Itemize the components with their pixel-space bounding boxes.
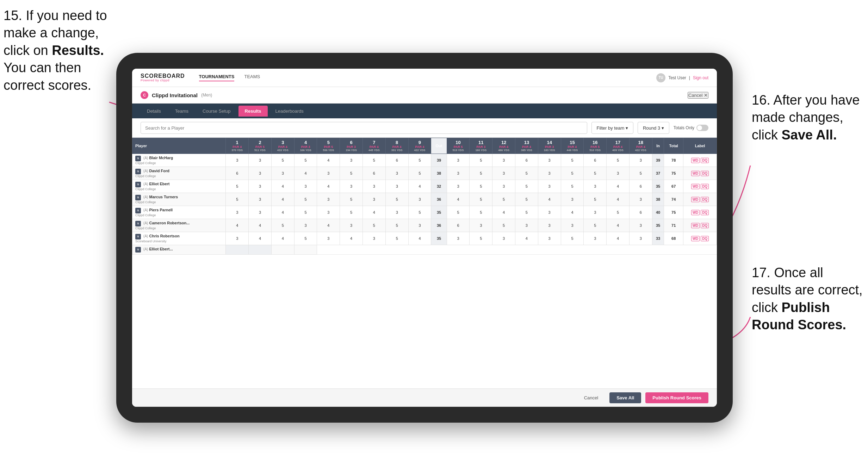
hole-4-score[interactable]: 3	[294, 219, 317, 232]
hole-12-score[interactable]: 3	[492, 154, 515, 167]
hole-1-score[interactable]: 5	[226, 193, 249, 206]
hole-2-score[interactable]: 3	[249, 180, 272, 193]
hole-9-score[interactable]: 5	[408, 167, 431, 180]
hole-7-score[interactable]: 6	[363, 167, 386, 180]
dq-label[interactable]: DQ	[701, 236, 709, 241]
hole-10-score[interactable]: 3	[447, 167, 470, 180]
hole-14-score[interactable]: 3	[538, 206, 561, 219]
hole-1-score[interactable]: 3	[226, 232, 249, 245]
tab-details[interactable]: Details	[141, 106, 167, 117]
totals-toggle-switch[interactable]	[696, 125, 708, 131]
hole-18-score[interactable]: 5	[629, 167, 652, 180]
dq-label[interactable]: DQ	[701, 223, 709, 228]
dq-label[interactable]: DQ	[701, 197, 709, 202]
hole-4-score[interactable]: 5	[294, 232, 317, 245]
hole-13-score[interactable]: 4	[515, 232, 538, 245]
hole-12-score[interactable]: 4	[492, 206, 515, 219]
hole-13-score[interactable]: 6	[515, 154, 538, 167]
hole-7-score[interactable]: 3	[363, 193, 386, 206]
hole-16-score[interactable]: 5	[584, 219, 607, 232]
hole-16-score[interactable]: 5	[584, 193, 607, 206]
hole-14-score[interactable]: 3	[538, 232, 561, 245]
hole-11-score[interactable]: 5	[470, 154, 492, 167]
hole-6-score[interactable]: 5	[340, 206, 363, 219]
tab-course-setup[interactable]: Course Setup	[196, 106, 237, 117]
dq-label[interactable]: DQ	[701, 210, 709, 215]
hole-17-score[interactable]: 4	[607, 180, 630, 193]
hole-3-score[interactable]: 5	[271, 219, 294, 232]
hole-5-score[interactable]: 3	[317, 193, 340, 206]
hole-5-score[interactable]: 3	[317, 206, 340, 219]
hole-15-score[interactable]: 5	[561, 180, 584, 193]
hole-7-score[interactable]: 4	[363, 206, 386, 219]
hole-8-score[interactable]: 6	[385, 154, 408, 167]
hole-12-score[interactable]: 3	[492, 232, 515, 245]
hole-6-score[interactable]: 3	[340, 154, 363, 167]
hole-15-score[interactable]: 3	[561, 219, 584, 232]
hole-16-score[interactable]: 3	[584, 180, 607, 193]
search-input[interactable]	[141, 122, 587, 134]
hole-4-score[interactable]: 4	[294, 167, 317, 180]
wd-label[interactable]: WD	[691, 210, 700, 215]
tab-results[interactable]: Results	[238, 106, 268, 117]
hole-17-score[interactable]: 4	[607, 232, 630, 245]
hole-3-score[interactable]: 3	[271, 167, 294, 180]
hole-6-score[interactable]: 3	[340, 219, 363, 232]
hole-14-score[interactable]: 3	[538, 180, 561, 193]
hole-17-score[interactable]: 5	[607, 154, 630, 167]
wd-label[interactable]: WD	[691, 184, 700, 189]
hole-16-score[interactable]: 6	[584, 154, 607, 167]
hole-14-score[interactable]: 3	[538, 219, 561, 232]
hole-9-score[interactable]: 4	[408, 232, 431, 245]
hole-16-score[interactable]: 3	[584, 232, 607, 245]
hole-5-score[interactable]: 3	[317, 167, 340, 180]
hole-10-score[interactable]: 3	[447, 232, 470, 245]
hole-11-score[interactable]: 3	[470, 219, 492, 232]
hole-15-score[interactable]: 3	[561, 193, 584, 206]
nav-link-teams[interactable]: TEAMS	[244, 74, 260, 81]
hole-3-score[interactable]: 4	[271, 193, 294, 206]
hole-6-score[interactable]: 4	[340, 232, 363, 245]
hole-10-score[interactable]: 3	[447, 154, 470, 167]
hole-7-score[interactable]: 5	[363, 219, 386, 232]
hole-11-score[interactable]: 5	[470, 180, 492, 193]
hole-8-score[interactable]: 5	[385, 219, 408, 232]
hole-14-score[interactable]: 4	[538, 193, 561, 206]
hole-10-score[interactable]: 3	[447, 180, 470, 193]
hole-18-score[interactable]: 6	[629, 180, 652, 193]
hole-17-score[interactable]: 4	[607, 219, 630, 232]
wd-label[interactable]: WD	[691, 223, 700, 228]
hole-14-score[interactable]: 3	[538, 154, 561, 167]
hole-8-score[interactable]: 5	[385, 232, 408, 245]
hole-11-score[interactable]: 5	[470, 167, 492, 180]
wd-label[interactable]: WD	[691, 236, 700, 241]
hole-4-score[interactable]: 5	[294, 193, 317, 206]
hole-13-score[interactable]: 5	[515, 180, 538, 193]
save-all-button[interactable]: Save All	[609, 392, 641, 403]
hole-4-score[interactable]: 5	[294, 206, 317, 219]
hole-12-score[interactable]: 3	[492, 167, 515, 180]
publish-round-scores-button[interactable]: Publish Round Scores	[645, 392, 708, 403]
hole-18-score[interactable]: 3	[629, 232, 652, 245]
hole-9-score[interactable]: 3	[408, 193, 431, 206]
hole-1-score[interactable]: 6	[226, 167, 249, 180]
hole-11-score[interactable]: 5	[470, 193, 492, 206]
hole-7-score[interactable]: 3	[363, 180, 386, 193]
hole-2-score[interactable]: 4	[249, 219, 272, 232]
hole-14-score[interactable]: 3	[538, 167, 561, 180]
dq-label[interactable]: DQ	[701, 184, 709, 189]
hole-9-score[interactable]: 5	[408, 154, 431, 167]
hole-3-score[interactable]: 4	[271, 180, 294, 193]
hole-18-score[interactable]: 3	[629, 154, 652, 167]
hole-1-score[interactable]: 4	[226, 219, 249, 232]
hole-2-score[interactable]: 3	[249, 154, 272, 167]
round-selector-button[interactable]: Round 3 ▾	[638, 122, 669, 134]
hole-8-score[interactable]: 3	[385, 180, 408, 193]
hole-8-score[interactable]: 5	[385, 193, 408, 206]
hole-12-score[interactable]: 5	[492, 219, 515, 232]
hole-10-score[interactable]: 5	[447, 206, 470, 219]
hole-17-score[interactable]: 4	[607, 193, 630, 206]
dq-label[interactable]: DQ	[701, 158, 709, 163]
hole-18-score[interactable]: 3	[629, 219, 652, 232]
hole-7-score[interactable]: 3	[363, 232, 386, 245]
